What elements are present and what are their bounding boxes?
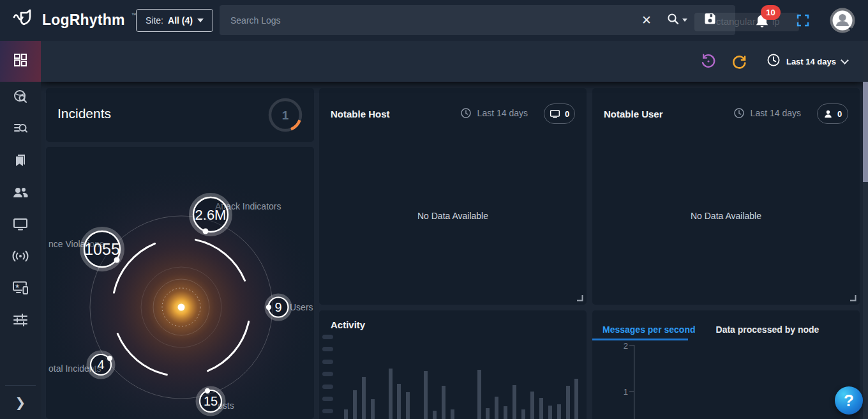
notable-user-count: 0: [837, 109, 842, 119]
sidebar-item-search[interactable]: [0, 114, 41, 146]
time-range-label: Last 14 days: [786, 57, 836, 66]
activity-bar: [521, 409, 525, 419]
scrollbar-thumb[interactable]: [863, 82, 868, 182]
time-range-selector[interactable]: Last 14 days: [767, 53, 848, 70]
dashboard-grid-icon: [13, 53, 27, 70]
y-axis-tick-2: 2: [615, 341, 628, 351]
clear-search-icon[interactable]: ✕: [632, 13, 661, 27]
notable-host-count-pill[interactable]: 0: [544, 103, 575, 124]
svg-text:15: 15: [204, 394, 218, 408]
page-scrollbar[interactable]: [863, 41, 868, 419]
search-icon: [667, 13, 679, 27]
refresh-icon[interactable]: [728, 50, 750, 72]
person-icon: [823, 109, 833, 119]
search-submit-dropdown[interactable]: [661, 13, 694, 27]
site-value: All (4): [168, 15, 193, 26]
search-logs-input[interactable]: Search Logs ✕: [220, 5, 735, 35]
radar-bubble-users[interactable]: 9: [266, 296, 290, 319]
tab-messages-per-second[interactable]: Messages per second: [592, 310, 706, 340]
activity-bar: [530, 392, 534, 419]
active-tab-underline: [592, 339, 688, 340]
devices-icon: ★: [12, 280, 29, 298]
help-button[interactable]: ?: [835, 386, 863, 415]
logrhythm-logo-icon: [13, 9, 36, 31]
radar-bubble-hosts[interactable]: 15: [198, 388, 223, 414]
fullscreen-icon[interactable]: [797, 14, 809, 27]
radar-bubble-total-incidents[interactable]: 4: [89, 353, 113, 377]
resize-handle-icon[interactable]: [576, 294, 583, 301]
y-axis-line: [634, 345, 634, 419]
user-avatar[interactable]: [830, 8, 855, 33]
site-selector[interactable]: Site: All (4): [136, 9, 213, 32]
activity-bar: [548, 406, 552, 419]
sidebar-item-cases[interactable]: [0, 146, 41, 178]
book-icon: [13, 153, 27, 171]
sidebar-item-people[interactable]: [0, 178, 41, 210]
sidebar-item-hosts[interactable]: [0, 210, 41, 241]
sliders-icon: [13, 313, 28, 330]
chevron-right-icon: ❯: [15, 395, 26, 410]
incidents-radar-card[interactable]: Attack Indicators nce Violations Users o…: [46, 147, 314, 419]
notable-user-time-range: Last 14 days: [733, 107, 801, 119]
activity-bar: [557, 404, 561, 419]
notable-user-title: Notable User: [604, 109, 663, 119]
screen-capture-tooltip-text-left: ctangular: [716, 16, 756, 27]
dashboard-content: Incidents 1: [41, 82, 863, 419]
people-icon: [12, 185, 29, 202]
sidebar-item-alarms[interactable]: [0, 241, 41, 273]
radar-bubble-compliance-violations[interactable]: 1055: [82, 229, 122, 269]
activity-bar: [433, 411, 437, 419]
chevron-down-icon: [841, 56, 849, 65]
svg-text:4: 4: [97, 358, 104, 372]
throughput-card: Messages per second Data processed by no…: [592, 310, 860, 419]
logo-text: LogRhythm: [42, 11, 125, 29]
history-restore-icon[interactable]: [698, 50, 719, 72]
clock-icon: [733, 107, 745, 119]
activity-bar-chart: [319, 310, 587, 419]
activity-bar: [397, 384, 401, 419]
svg-text:9: 9: [274, 300, 281, 314]
sidebar-item-case-search[interactable]: [0, 82, 41, 114]
radar-bubble-attack-indicators[interactable]: 2.6M: [191, 195, 230, 234]
activity-bar: [486, 408, 490, 419]
activity-bar: [477, 370, 481, 419]
throughput-tabs: Messages per second Data processed by no…: [592, 310, 860, 340]
tab-data-processed-by-node[interactable]: Data processed by node: [706, 310, 830, 340]
logrhythm-dashboard: LogRhythm ™ Site: All (4) Search Logs ✕: [0, 0, 868, 419]
clock-icon: [767, 53, 781, 70]
activity-card: Activity: [319, 310, 587, 419]
activity-bar: [495, 397, 498, 419]
activity-bar: [513, 385, 516, 419]
notable-user-card: Notable User Last 14 days 0 No Data Avai…: [592, 88, 860, 305]
search-placeholder: Search Logs: [230, 15, 632, 26]
resize-handle-icon[interactable]: [849, 294, 857, 301]
monitor-icon: [13, 217, 28, 234]
svg-text:2.6M: 2.6M: [195, 207, 227, 223]
activity-bar: [566, 386, 570, 419]
sidebar-divider: [5, 385, 36, 386]
activity-bar: [406, 392, 410, 419]
activity-bar: [371, 399, 375, 419]
globe-search-icon: [13, 89, 28, 107]
y-axis-tick-1: 1: [615, 387, 628, 397]
incidents-header-card[interactable]: Incidents 1: [46, 88, 314, 142]
sidebar-expand-button[interactable]: ❯: [0, 388, 41, 416]
notable-host-title: Notable Host: [331, 109, 390, 119]
left-nav-sidebar: ★ ❯: [0, 41, 41, 419]
svg-text:★: ★: [15, 283, 20, 289]
svg-text:1055: 1055: [84, 240, 120, 258]
sidebar-item-deployment-monitor[interactable]: ★: [0, 273, 41, 305]
chevron-down-icon: [197, 19, 204, 22]
activity-bar: [442, 386, 445, 419]
radar-center-dot: [178, 304, 185, 311]
incidents-radar-chart: Attack Indicators nce Violations Users o…: [46, 147, 314, 419]
top-bar: LogRhythm ™ Site: All (4) Search Logs ✕: [0, 0, 868, 41]
monitor-icon: [550, 109, 560, 119]
incidents-count-ring: 1: [267, 97, 303, 133]
logrhythm-logo[interactable]: LogRhythm ™: [13, 9, 137, 31]
notable-user-count-pill[interactable]: 0: [817, 103, 848, 124]
list-search-icon: [13, 121, 28, 139]
sidebar-item-administration[interactable]: [0, 305, 41, 337]
activity-bar: [353, 390, 357, 419]
sidebar-item-dashboards[interactable]: [0, 41, 41, 82]
